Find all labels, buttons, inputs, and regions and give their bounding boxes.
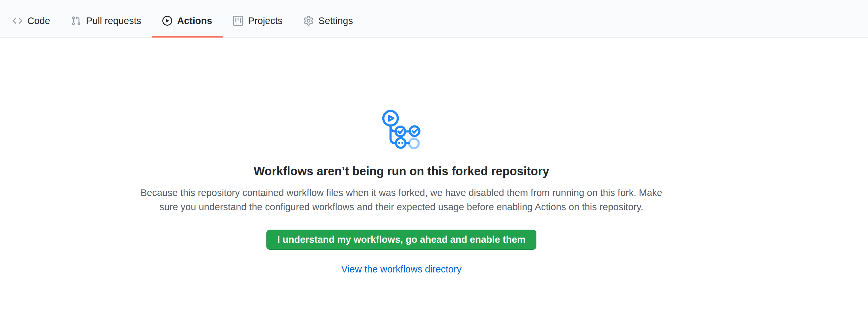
page-title: Workflows aren’t being run on this forke… bbox=[253, 164, 549, 178]
description-line-2: sure you understand the configured workf… bbox=[141, 200, 662, 214]
play-circle-icon bbox=[162, 16, 172, 26]
project-board-icon bbox=[233, 16, 243, 26]
gear-icon bbox=[304, 16, 313, 26]
code-icon bbox=[12, 16, 22, 26]
tab-code[interactable]: Code bbox=[2, 0, 61, 37]
active-tab-underline bbox=[152, 36, 223, 37]
tab-pull-requests[interactable]: Pull requests bbox=[61, 0, 152, 37]
tab-actions[interactable]: Actions bbox=[152, 0, 223, 37]
enable-workflows-button[interactable]: I understand my workflows, go ahead and … bbox=[267, 229, 536, 250]
repo-tab-nav: Code Pull requests Actions Projects Sett… bbox=[0, 0, 868, 37]
description: Because this repository contained workfl… bbox=[141, 186, 662, 214]
workflow-graph-icon bbox=[382, 110, 421, 151]
tab-code-label: Code bbox=[27, 16, 50, 26]
tab-pull-requests-label: Pull requests bbox=[86, 16, 141, 26]
git-pull-request-icon bbox=[71, 16, 81, 26]
tab-actions-label: Actions bbox=[177, 16, 212, 26]
tab-settings-label: Settings bbox=[318, 16, 353, 26]
tab-projects[interactable]: Projects bbox=[223, 0, 293, 37]
tab-settings[interactable]: Settings bbox=[293, 0, 364, 37]
description-line-1: Because this repository contained workfl… bbox=[141, 186, 662, 200]
tab-projects-label: Projects bbox=[248, 16, 282, 26]
workflows-directory-link[interactable]: View the workflows directory bbox=[341, 264, 461, 275]
